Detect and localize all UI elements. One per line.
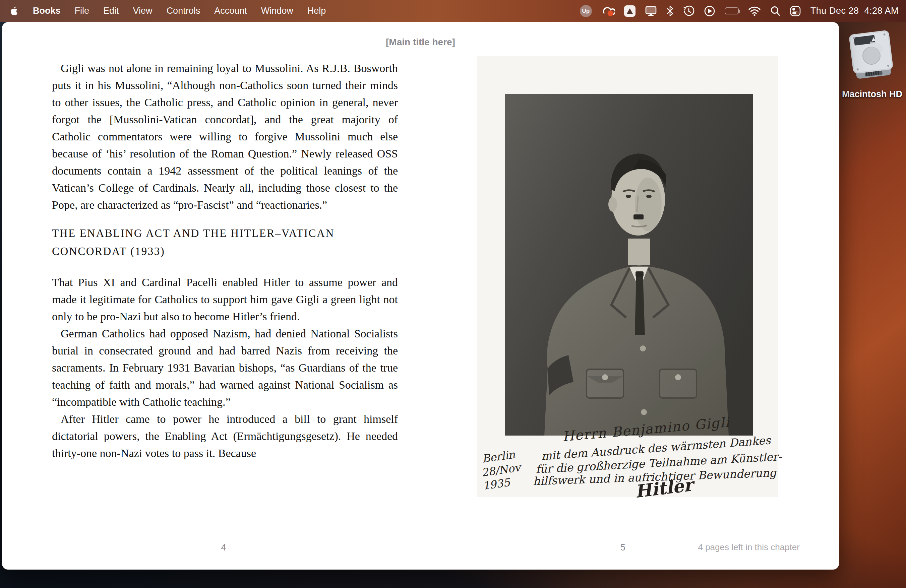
right-page-number: 5 xyxy=(613,542,633,553)
hard-drive-icon xyxy=(849,29,893,85)
menu-item-account[interactable]: Account xyxy=(214,6,247,16)
paragraph: That Pius XI and Cardinal Pacelli enable… xyxy=(52,274,398,325)
triangle-app-status-icon[interactable] xyxy=(624,5,635,17)
now-playing-status-icon[interactable] xyxy=(704,4,715,18)
book-title: [Main title here] xyxy=(2,37,839,48)
menu-bar: Books File Edit View Controls Account Wi… xyxy=(0,0,906,22)
menu-bar-clock[interactable]: Thu Dec 28 4:28 AM xyxy=(810,6,899,16)
paragraph: Gigli was not alone in remaining loyal t… xyxy=(52,60,398,214)
menu-item-window[interactable]: Window xyxy=(261,6,293,16)
battery-status-icon[interactable] xyxy=(725,4,739,18)
menu-bar-left: Books File Edit View Controls Account Wi… xyxy=(10,6,326,16)
menu-item-view[interactable]: View xyxy=(133,6,153,16)
bluetooth-status-icon[interactable] xyxy=(666,4,674,18)
display-status-icon[interactable] xyxy=(645,4,657,18)
left-page-text: Gigli was not alone in remaining loyal t… xyxy=(52,60,398,462)
paragraph: After Hitler came to power he introduced… xyxy=(52,410,398,462)
menu-item-help[interactable]: Help xyxy=(307,6,326,16)
paragraph: German Catholics had opposed Nazism, had… xyxy=(52,325,398,410)
triangle-glyph xyxy=(627,8,633,14)
desktop-drive-icon[interactable]: Macintosh HD xyxy=(842,29,901,99)
up-app-status-icon[interactable]: Up xyxy=(580,5,592,17)
wifi-status-icon[interactable] xyxy=(748,4,761,18)
pages-left-status: 4 pages left in this chapter xyxy=(698,542,800,553)
desktop-drive-label[interactable]: Macintosh HD xyxy=(842,89,901,99)
battery-body xyxy=(725,7,739,14)
time-machine-status-icon[interactable] xyxy=(683,4,694,18)
portrait-photo xyxy=(505,94,753,435)
apple-menu-icon[interactable] xyxy=(10,6,19,16)
menu-item-controls[interactable]: Controls xyxy=(167,6,201,16)
menu-item-edit[interactable]: Edit xyxy=(103,6,119,16)
left-page-number: 4 xyxy=(214,542,234,553)
section-heading: THE ENABLING ACT AND THE HITLER–VATICAN … xyxy=(52,224,398,260)
menu-item-books[interactable]: Books xyxy=(33,6,61,16)
spotlight-search-icon[interactable] xyxy=(770,4,780,18)
right-page-photo-plate[interactable]: Herrn Benjamino Gigli mit dem Ausdruck d… xyxy=(477,56,778,497)
menu-item-file[interactable]: File xyxy=(75,6,89,16)
control-center-icon[interactable] xyxy=(790,4,801,18)
battery-nub xyxy=(739,10,740,13)
menu-bar-status: Up xyxy=(580,4,899,18)
books-reader-window: [Main title here] Gigli was not alone in… xyxy=(2,22,839,570)
swirl-app-status-icon[interactable] xyxy=(601,4,615,18)
